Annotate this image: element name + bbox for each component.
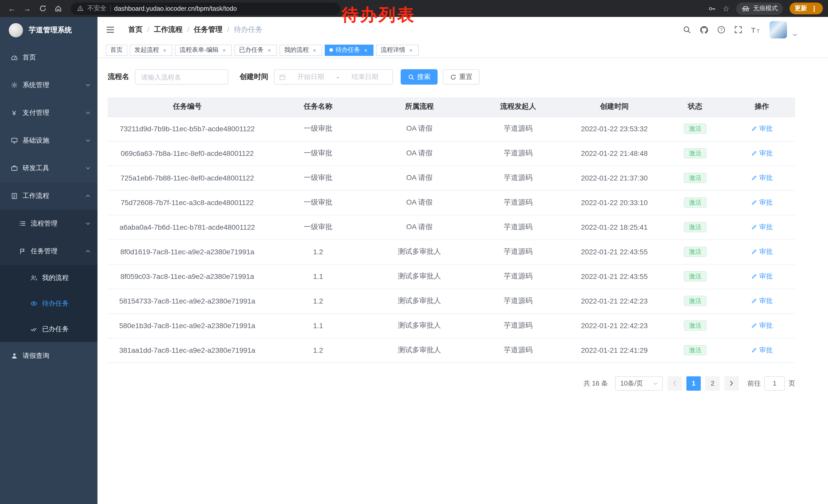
app-title: 芋道管理系统 [29, 26, 72, 35]
page-button-1[interactable]: 1 [687, 376, 701, 391]
breadcrumb-current: 待办任务 [234, 25, 262, 34]
page-button-2[interactable]: 2 [705, 376, 720, 391]
approve-link[interactable]: 审批 [751, 321, 773, 330]
sidebar-item-todo-tasks[interactable]: 待办任务 [0, 291, 97, 316]
cell-task-id: 580e1b3d-7ac8-11ec-a9e2-a2380e71991a [108, 313, 267, 338]
address-bar[interactable]: 不安全 dashboard.yudao.iocoder.cn/bpm/task/… [71, 2, 340, 15]
sidebar-item-label: 研发工具 [23, 164, 49, 173]
sidebar-item-leave-query[interactable]: 请假查询 [0, 342, 97, 370]
cell-task-name: 1.1 [267, 264, 369, 289]
hamburger-icon[interactable] [106, 25, 116, 35]
approve-link[interactable]: 审批 [751, 247, 773, 256]
table-row: 580e1b3d-7ac8-11ec-a9e2-a2380e71991a 1.1… [108, 313, 795, 338]
reset-button[interactable]: 重置 [443, 69, 480, 85]
sidebar-item-done-tasks[interactable]: 已办任务 [0, 316, 97, 342]
breadcrumb-item[interactable]: 任务管理 [194, 25, 223, 34]
annotation-overlay: 待办列表 [342, 6, 416, 23]
sidebar-item-system-management[interactable]: 系统管理 [0, 71, 97, 99]
column-header-task-name: 任务名称 [267, 97, 369, 117]
status-badge: 激活 [684, 124, 706, 134]
bookmark-star-icon[interactable]: ☆ [722, 4, 730, 13]
sidebar-item-label: 任务管理 [31, 246, 57, 256]
next-page-button[interactable] [724, 376, 739, 391]
close-icon[interactable]: × [162, 47, 168, 53]
incognito-badge: 无痕模式 [736, 2, 783, 15]
main-area: 首页 / 工作流程 / 任务管理 / 待办任务 ? [97, 17, 828, 504]
breadcrumb-item[interactable]: 工作流程 [154, 25, 182, 34]
tab-process-detail[interactable]: 流程详情 × [376, 44, 419, 56]
sidebar-item-dev-tools[interactable]: 研发工具 [0, 154, 97, 182]
close-icon[interactable]: × [312, 47, 318, 53]
browser-menu-dots-icon[interactable]: ⋮ [811, 4, 818, 12]
column-header-initiator: 流程发起人 [469, 97, 567, 117]
chevron-down-icon [86, 111, 90, 114]
goto-page-input[interactable] [764, 376, 785, 391]
table-row: 58154733-7ac8-11ec-a9e2-a2380e71991a 1.2… [108, 289, 795, 313]
home-icon[interactable] [51, 2, 65, 15]
fullscreen-icon[interactable] [734, 26, 742, 34]
approve-link[interactable]: 审批 [751, 272, 773, 281]
search-button[interactable]: 搜索 [401, 69, 438, 85]
sidebar-item-task-management[interactable]: 任务管理 [0, 237, 97, 265]
close-icon[interactable]: × [266, 47, 273, 53]
sidebar-item-payment-management[interactable]: ¥ 支付管理 [0, 99, 97, 127]
flag-icon [18, 247, 26, 255]
tab-my-process[interactable]: 我的流程 × [280, 44, 322, 56]
end-date-placeholder: 结束日期 [342, 72, 388, 82]
chevron-down-icon[interactable] [793, 33, 797, 39]
page-content: 流程名 创建时间 开始日期 - 结束日期 搜索 [97, 58, 828, 406]
cell-task-name: 1.2 [267, 289, 369, 313]
forward-icon[interactable]: → [20, 2, 34, 15]
sidebar-item-label: 已办任务 [42, 325, 69, 334]
close-icon[interactable]: × [363, 47, 369, 53]
svg-text:T: T [751, 26, 755, 34]
user-avatar[interactable] [770, 21, 787, 39]
cell-task-id: 8f0d1619-7ac8-11ec-a9e2-a2380e71991a [108, 239, 267, 264]
create-time-label: 创建时间 [240, 72, 268, 82]
close-icon[interactable]: × [221, 47, 227, 53]
tab-label: 首页 [110, 46, 123, 54]
cell-create-time: 2022-01-21 22:43:55 [567, 239, 662, 264]
page-size-select[interactable]: 10条/页 [615, 376, 663, 391]
back-icon[interactable]: ← [5, 2, 18, 15]
close-icon[interactable]: × [408, 47, 414, 53]
github-icon[interactable] [700, 26, 708, 34]
approve-link[interactable]: 审批 [751, 223, 773, 232]
tab-todo-tasks[interactable]: 待办任务 × [325, 44, 373, 56]
approve-link[interactable]: 审批 [751, 346, 773, 355]
approve-link[interactable]: 审批 [751, 296, 773, 306]
approve-link[interactable]: 审批 [751, 149, 773, 158]
prev-page-button[interactable] [667, 376, 682, 391]
breadcrumb-item[interactable]: 首页 [128, 25, 142, 34]
sidebar-item-workflow[interactable]: 工作流程 [0, 182, 97, 210]
tab-done-tasks[interactable]: 已办任务 × [235, 44, 277, 56]
help-icon[interactable]: ? [717, 26, 726, 34]
tab-label: 已办任务 [239, 46, 264, 54]
sidebar-item-infrastructure[interactable]: 基础设施 [0, 127, 97, 154]
approve-link[interactable]: 审批 [751, 173, 773, 183]
tab-start-process[interactable]: 发起流程 × [130, 44, 172, 56]
key-icon[interactable] [708, 4, 716, 12]
date-range-picker[interactable]: 开始日期 - 结束日期 [274, 69, 393, 85]
sidebar-item-process-management[interactable]: 流程管理 [0, 210, 97, 237]
approve-link[interactable]: 审批 [751, 198, 773, 207]
process-name-input[interactable] [135, 69, 228, 85]
cell-process: 测试多审批人 [369, 289, 469, 313]
search-icon[interactable] [683, 26, 691, 34]
tab-process-form-edit[interactable]: 流程表单-编辑 × [175, 44, 232, 56]
sidebar-item-my-process[interactable]: 我的流程 [0, 265, 97, 291]
chevron-down-icon [653, 382, 658, 385]
table-header-row: 任务编号 任务名称 所属流程 流程发起人 创建时间 状态 操作 [108, 97, 795, 117]
cell-task-name: 1.2 [267, 338, 369, 363]
font-size-icon[interactable]: TT [751, 26, 761, 34]
breadcrumb-separator: / [187, 26, 189, 34]
app-logo[interactable]: 芋道管理系统 [0, 17, 97, 44]
table-row: 381aa1dd-7ac8-11ec-a9e2-a2380e71991a 1.2… [108, 338, 795, 363]
table-row: 75d72608-7b7f-11ec-a3c8-acde48001122 一级审… [108, 190, 795, 215]
tab-home[interactable]: 首页 [106, 44, 127, 56]
sidebar-item-home[interactable]: 首页 [0, 44, 97, 71]
process-name-label: 流程名 [108, 72, 129, 82]
approve-link[interactable]: 审批 [751, 124, 773, 133]
update-button[interactable]: 更新 ⋮ [790, 3, 823, 14]
refresh-icon[interactable] [36, 2, 49, 15]
